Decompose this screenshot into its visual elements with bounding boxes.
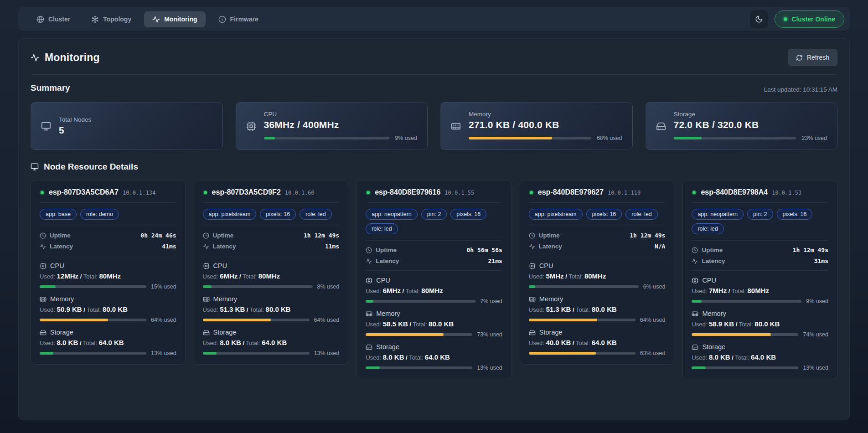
status-dot-icon [784, 17, 787, 21]
latency-value: 31ms [814, 258, 828, 264]
usage-bar-fill [203, 352, 217, 355]
summary-card-value: 36MHz / 400MHz [264, 119, 418, 130]
node-name: esp-840D8E979616 [375, 188, 440, 196]
uptime-value: 1h 12m 49s [793, 247, 828, 253]
usage-bar: 13% used [366, 365, 502, 371]
latency-row: Latency 21ms [366, 258, 502, 264]
node-metrics: CPU Used: 12MHz / Total: 80MHz 15% used … [40, 262, 176, 356]
usage-bar-fill [692, 300, 702, 303]
metric-storage: Storage Used: 8.0 KB / Total: 64.0 KB 13… [366, 343, 502, 371]
clock-icon [529, 232, 535, 239]
metric-total-value: 80MHz [99, 272, 121, 280]
tab-topology[interactable]: Topology [83, 11, 140, 27]
cpu-icon [366, 277, 372, 284]
metric-total-value: 80MHz [748, 287, 770, 294]
metric-label: Storage [50, 329, 73, 336]
usage-bar: 6% used [529, 284, 666, 290]
activity-icon [203, 243, 209, 250]
uptime-value: 1h 12m 49s [630, 232, 665, 239]
usage-bar-fill [692, 366, 705, 369]
usage-bar: 64% used [529, 317, 666, 323]
node-tags: app: neopatternpin: 2pixels: 16role: led [692, 209, 828, 234]
usage-bar-fill [529, 319, 597, 321]
tab-monitoring[interactable]: Monitoring [144, 11, 205, 27]
metric-label: CPU [539, 262, 553, 269]
node-name: esp-840D8E979627 [538, 188, 604, 196]
cpu-icon [203, 263, 210, 269]
globe-icon [36, 15, 44, 23]
node-card-header: esp-840D8E979616 10.0.1.55 [366, 188, 502, 196]
node-card-header: esp-807D3A5CD6A7 10.0.1.134 [40, 188, 176, 196]
metric-usage-text: Used: 12MHz / Total: 80MHz [40, 272, 176, 280]
node-tag: app: base [40, 209, 77, 220]
uptime-label: Uptime [213, 232, 234, 239]
usage-bar: 9% used [692, 298, 828, 304]
node-tags: app: pixelstreampixels: 16role: led [203, 209, 340, 220]
usage-bar-fill [40, 352, 53, 355]
metric-label: CPU [213, 262, 227, 269]
refresh-icon [796, 54, 803, 61]
activity-icon [529, 243, 535, 250]
metric-cpu: CPU Used: 12MHz / Total: 80MHz 15% used [40, 262, 176, 290]
metric-memory: Memory Used: 51.3 KB / Total: 80.0 KB 64… [529, 295, 666, 323]
metric-used-value: 7MHz [709, 287, 727, 294]
node-online-dot-icon [529, 190, 534, 195]
usage-bar-fill [203, 319, 271, 321]
metric-memory: Memory Used: 58.5 KB / Total: 80.0 KB 73… [366, 310, 502, 338]
moon-icon [755, 15, 763, 23]
metric-cpu: CPU Used: 5MHz / Total: 80MHz 6% used [529, 262, 666, 290]
node-tag: role: led [625, 209, 657, 220]
summary-card-label: Total Nodes [59, 116, 212, 123]
summary-card-value: 271.0 KB / 400.0 KB [469, 119, 622, 130]
uptime-row: Uptime 1h 12m 49s [203, 232, 340, 239]
summary-header: Summary Last updated: 10:31:15 AM [31, 83, 837, 93]
tab-firmware[interactable]: Firmware [210, 11, 267, 27]
metric-total-value: 80.0 KB [754, 320, 780, 328]
node-tag: role: led [300, 209, 331, 220]
uptime-row: Uptime 0h 56m 56s [366, 247, 502, 253]
metric-memory: Memory Used: 58.9 KB / Total: 80.0 KB 74… [692, 310, 828, 338]
usage-bar-fill [366, 300, 373, 303]
memory-icon [40, 296, 46, 303]
uptime-row: Uptime 0h 24m 46s [40, 232, 176, 239]
metric-label: CPU [376, 277, 390, 284]
usage-percent-label: 73% used [477, 331, 502, 338]
metric-total-value: 64.0 KB [592, 339, 617, 346]
summary-card-label: CPU [264, 111, 418, 118]
nav-tabs: Cluster Topology Monitoring Firmware [28, 11, 750, 27]
usage-percent-label: 6% used [643, 284, 666, 290]
info-icon [218, 15, 226, 23]
memory-icon [451, 121, 461, 131]
metric-used-value: 40.0 KB [546, 339, 571, 346]
node-card-header: esp-840D8E979627 10.0.1.110 [529, 188, 666, 196]
node-tag: pixels: 16 [450, 209, 486, 220]
summary-card-label: Memory [469, 111, 622, 118]
node-ip: 10.0.1.53 [772, 190, 801, 196]
uptime-label: Uptime [376, 247, 397, 253]
topology-icon [91, 15, 99, 23]
storage-icon [366, 344, 372, 351]
metric-usage-text: Used: 5MHz / Total: 80MHz [529, 272, 666, 280]
node-tag: pin: 2 [747, 209, 773, 220]
metric-used-value: 58.9 KB [709, 320, 734, 328]
tab-cluster[interactable]: Cluster [28, 11, 78, 27]
node-tag: app: neopattern [366, 209, 418, 220]
usage-bar: 15% used [40, 284, 176, 290]
refresh-button[interactable]: Refresh [788, 49, 837, 66]
memory-icon [529, 296, 536, 303]
theme-toggle-button[interactable] [750, 10, 768, 28]
summary-card-value: 72.0 KB / 320.0 KB [674, 119, 827, 130]
metric-storage: Storage Used: 8.0 KB / Total: 64.0 KB 13… [203, 329, 340, 356]
usage-percent-label: 9% used [395, 135, 417, 141]
node-tag: app: pixelstream [203, 209, 257, 220]
metric-used-value: 6MHz [220, 272, 238, 280]
metric-label: Storage [213, 329, 237, 336]
usage-percent-label: 13% used [151, 350, 176, 356]
usage-bar: 68% used [469, 135, 622, 141]
node-tag: pixels: 16 [260, 209, 296, 220]
uptime-row: Uptime 1h 12m 49s [529, 232, 666, 239]
node-name: esp-840D8E9798A4 [701, 188, 768, 196]
metric-used-value: 12MHz [57, 272, 79, 280]
memory-icon [692, 310, 698, 317]
node-card-esp-840D8E979627: esp-840D8E979627 10.0.1.110 app: pixelst… [520, 180, 675, 365]
